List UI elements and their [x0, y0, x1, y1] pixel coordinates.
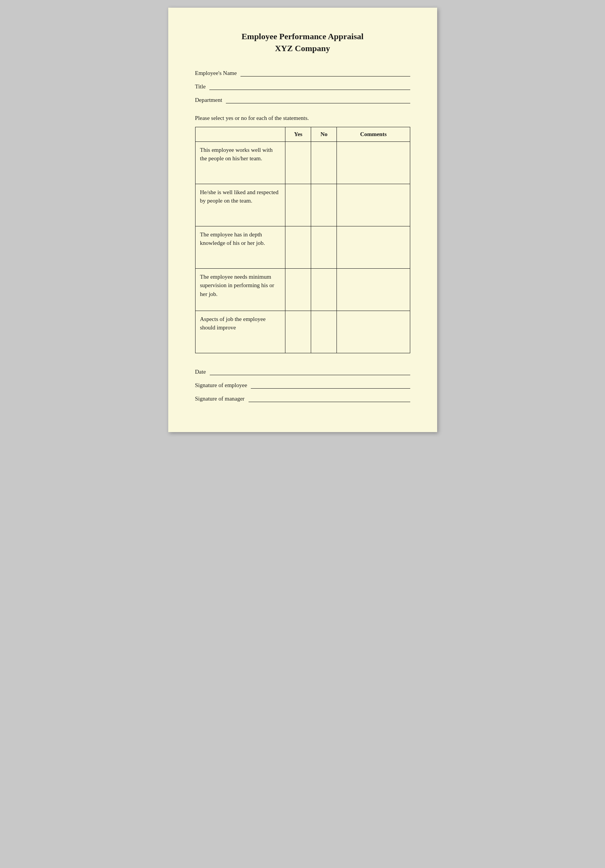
comments-cell-5[interactable]	[337, 311, 410, 353]
date-row: Date	[195, 369, 410, 375]
table-row: The employee has in depth knowledge of h…	[195, 226, 410, 268]
employee-sig-label: Signature of employee	[195, 382, 247, 389]
title-line2: XYZ Company	[275, 43, 330, 53]
date-line[interactable]	[210, 374, 410, 375]
department-line[interactable]	[226, 102, 410, 103]
title-line1: Employee Performance Appraisal	[242, 32, 364, 41]
appraisal-table: Yes No Comments This employee works well…	[195, 127, 410, 353]
employee-sig-row: Signature of employee	[195, 382, 410, 389]
signatures-section: Date Signature of employee Signature of …	[195, 369, 410, 402]
employee-name-row: Employee's Name	[195, 70, 410, 76]
no-cell-1[interactable]	[311, 141, 337, 184]
statement-5: Aspects of job the employee should impro…	[195, 311, 285, 353]
instruction-text: Please select yes or no for each of the …	[195, 115, 410, 121]
department-row: Department	[195, 97, 410, 103]
comments-cell-2[interactable]	[337, 184, 410, 226]
title-label: Title	[195, 83, 206, 90]
col-statement	[195, 127, 285, 141]
title-line[interactable]	[209, 88, 410, 90]
comments-cell-4[interactable]	[337, 268, 410, 311]
table-row: Aspects of job the employee should impro…	[195, 311, 410, 353]
statement-2: He/she is well liked and respected by pe…	[195, 184, 285, 226]
statement-3: The employee has in depth knowledge of h…	[195, 226, 285, 268]
form-title: Employee Performance Appraisal XYZ Compa…	[195, 31, 410, 55]
no-cell-5[interactable]	[311, 311, 337, 353]
yes-cell-5[interactable]	[285, 311, 311, 353]
statement-4: The employee needs minimum supervision i…	[195, 268, 285, 311]
col-comments: Comments	[337, 127, 410, 141]
title-row: Title	[195, 83, 410, 90]
date-label: Date	[195, 369, 206, 375]
employee-fields: Employee's Name Title Department	[195, 70, 410, 103]
yes-cell-4[interactable]	[285, 268, 311, 311]
comments-cell-3[interactable]	[337, 226, 410, 268]
comments-cell-1[interactable]	[337, 141, 410, 184]
title-section: Employee Performance Appraisal XYZ Compa…	[195, 31, 410, 55]
employee-name-label: Employee's Name	[195, 70, 237, 76]
manager-sig-row: Signature of manager	[195, 396, 410, 402]
no-cell-3[interactable]	[311, 226, 337, 268]
manager-sig-label: Signature of manager	[195, 396, 245, 402]
employee-name-line[interactable]	[240, 75, 410, 76]
statement-1: This employee works well with the people…	[195, 141, 285, 184]
appraisal-form: Employee Performance Appraisal XYZ Compa…	[168, 8, 437, 432]
no-cell-2[interactable]	[311, 184, 337, 226]
table-row: He/she is well liked and respected by pe…	[195, 184, 410, 226]
col-no: No	[311, 127, 337, 141]
table-row: The employee needs minimum supervision i…	[195, 268, 410, 311]
table-header-row: Yes No Comments	[195, 127, 410, 141]
manager-sig-line[interactable]	[249, 401, 410, 402]
no-cell-4[interactable]	[311, 268, 337, 311]
yes-cell-1[interactable]	[285, 141, 311, 184]
department-label: Department	[195, 97, 222, 103]
col-yes: Yes	[285, 127, 311, 141]
yes-cell-3[interactable]	[285, 226, 311, 268]
table-row: This employee works well with the people…	[195, 141, 410, 184]
yes-cell-2[interactable]	[285, 184, 311, 226]
employee-sig-line[interactable]	[251, 387, 410, 389]
